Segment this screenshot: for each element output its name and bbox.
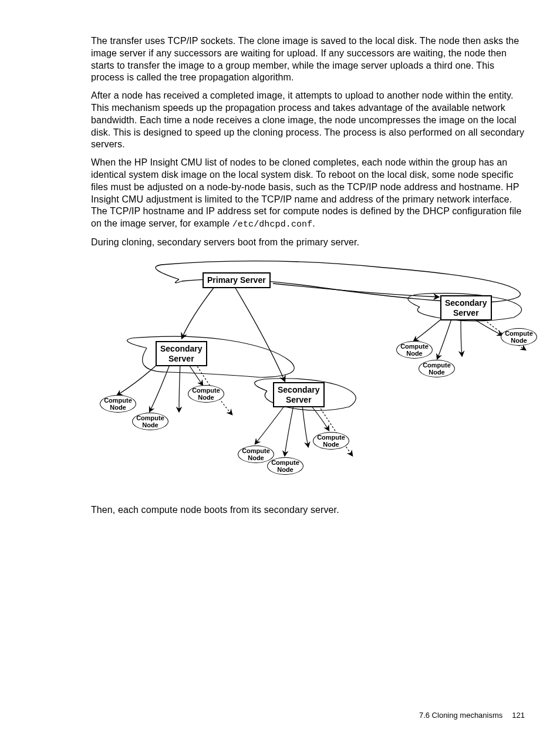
secondary-server-box-left: Secondary Server: [156, 341, 207, 366]
compute-node-oval: Compute Node: [267, 457, 303, 475]
paragraph-3: When the HP Insight CMU list of nodes to…: [91, 157, 525, 230]
footer-section-label: 7.6 Cloning mechanisms: [419, 711, 502, 720]
compute-node-oval: Compute Node: [238, 445, 274, 463]
page-footer: 7.6 Cloning mechanisms121: [419, 711, 525, 720]
compute-node-oval: Compute Node: [188, 385, 224, 403]
paragraph-3-text-a: When the HP Insight CMU list of nodes to…: [91, 157, 521, 228]
primary-server-box: Primary Server: [203, 272, 271, 288]
compute-node-oval: Compute Node: [396, 341, 433, 359]
compute-node-oval: Compute Node: [313, 432, 349, 450]
compute-node-oval: Compute Node: [419, 360, 455, 377]
paragraph-4: During cloning, secondary servers boot f…: [91, 237, 525, 249]
compute-node-oval: Compute Node: [132, 413, 168, 430]
paragraph-3-text-b: .: [312, 218, 315, 228]
diagram-container: Primary Server Secondary Server Secondar…: [91, 259, 525, 494]
secondary-server-box-right: Secondary Server: [440, 295, 492, 320]
code-path: /etc/dhcpd.conf: [232, 220, 313, 229]
compute-node-oval: Compute Node: [100, 395, 136, 413]
paragraph-5: Then, each compute node boots from its s…: [91, 504, 525, 517]
secondary-server-box-middle: Secondary Server: [273, 382, 325, 407]
paragraph-2: After a node has received a completed im…: [91, 90, 525, 151]
diagram-connectors: [91, 259, 537, 494]
footer-page-number: 121: [512, 711, 525, 720]
paragraph-1: The transfer uses TCP/IP sockets. The cl…: [91, 35, 525, 84]
compute-node-oval: Compute Node: [501, 328, 537, 346]
tree-propagation-diagram: Primary Server Secondary Server Secondar…: [91, 259, 537, 494]
